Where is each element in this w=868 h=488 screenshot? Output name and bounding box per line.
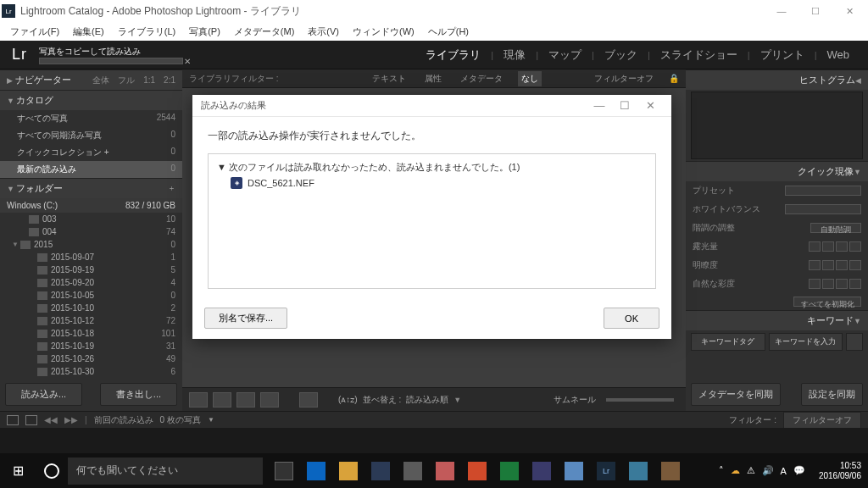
keyword-more-icon[interactable] [846,333,863,351]
exp-inc2[interactable] [849,241,861,252]
exp-dec2[interactable] [809,241,821,252]
filter-none[interactable]: なし [518,71,542,86]
menu-edit[interactable]: 編集(E) [68,24,109,40]
taskbar-app-4[interactable] [397,453,429,488]
survey-view-icon[interactable] [260,392,279,408]
keyword-header[interactable]: キーワード ▼ [686,310,868,330]
catalog-row[interactable]: クイックコレクション +0 [0,144,182,161]
folder-row[interactable]: 00310 [0,213,182,225]
navigator-opts[interactable]: 全体 フル 1:1 2:1 [92,75,175,86]
taskbar-app-1[interactable] [300,453,332,488]
folder-row[interactable]: 2015-10-1931 [0,340,182,352]
task-view-icon[interactable] [268,453,300,488]
sort-icon[interactable]: (ᴀ↕ᴢ) [338,395,358,404]
back-icon[interactable]: ◀◀ [44,415,58,424]
module-web[interactable]: Web [821,48,857,61]
taskbar-app-2[interactable] [332,453,364,488]
filmstrip[interactable] [0,428,868,453]
folder-row[interactable]: 2015-09-195 [0,263,182,276]
system-tray[interactable]: ˄ ☁ ⚠ 🔊 A 💬 [712,465,812,476]
folder-row[interactable]: 00474 [0,225,182,238]
filter-lock-icon[interactable]: 🔒 [669,74,679,83]
sync-metadata-button[interactable]: メタデータを同期 [691,383,781,406]
source-label[interactable]: 前回の読み込み [94,414,153,426]
sort-value[interactable]: 読み込み順 [406,394,448,406]
save-as-button[interactable]: 別名で保存... [204,308,287,329]
taskbar-search[interactable]: 何でも聞いてください [68,458,263,485]
folder-row[interactable]: 2015-10-050 [0,289,182,302]
minimize-icon[interactable]: — [765,0,798,22]
dialog-minimize-icon[interactable]: — [587,99,612,112]
cortana-icon[interactable] [36,463,68,479]
folder-row[interactable]: 2015-09-204 [0,276,182,289]
exp-inc[interactable] [836,241,848,252]
folder-row[interactable]: 2015-09-071 [0,251,182,263]
menu-photo[interactable]: 写真(P) [184,24,225,40]
taskbar-lightroom[interactable]: Lr [590,453,622,488]
module-library[interactable]: ライブラリ [419,47,487,63]
menu-metadata[interactable]: メタデータ(M) [229,24,300,40]
navigator-header[interactable]: ▶ ナビゲーター 全体 フル 1:1 2:1 [0,69,182,90]
catalog-row[interactable]: すべての同期済み写真0 [0,127,182,144]
main-window-icon[interactable] [7,415,19,425]
compare-view-icon[interactable] [236,392,255,408]
module-map[interactable]: マップ [542,47,588,63]
wb-dropdown[interactable] [785,204,861,214]
catalog-header[interactable]: ▼ カタログ [0,90,182,110]
folder-row[interactable]: 2015-10-306 [0,365,182,378]
module-book[interactable]: ブック [598,47,644,63]
start-button[interactable]: ⊞ [0,453,36,488]
exp-dec[interactable] [822,241,834,252]
taskbar-app-6[interactable] [461,453,493,488]
taskbar-app-7[interactable] [493,453,526,488]
taskbar-app-10[interactable] [622,453,654,488]
filmstrip-filter-dropdown[interactable]: フィルターオフ [783,412,861,429]
thumbnail-slider[interactable] [606,398,674,402]
maximize-icon[interactable]: ☐ [798,0,832,22]
add-folder-icon[interactable]: ＋ [168,183,175,194]
filter-attr[interactable]: 属性 [421,71,445,86]
menu-library[interactable]: ライブラリ(L) [113,24,181,40]
import-button[interactable]: 読み込み... [5,383,82,406]
preset-dropdown[interactable] [785,186,861,196]
tray-speaker-icon[interactable]: 🔊 [762,465,774,476]
menu-view[interactable]: 表示(V) [303,24,344,40]
module-develop[interactable]: 現像 [497,47,532,63]
tray-action-icon[interactable]: 💬 [793,465,805,476]
taskbar-clock[interactable]: 10:53 2016/09/06 [812,461,868,481]
quickdev-header[interactable]: クイック現像 ▼ [686,161,868,181]
grid-view-icon[interactable] [189,392,208,408]
filter-preset[interactable]: フィルターオフ [591,71,657,86]
reset-button[interactable]: すべてを初期化 [793,297,861,307]
drive-row[interactable]: Windows (C:) 832 / 910 GB [0,198,182,213]
second-window-icon[interactable] [25,415,37,425]
filter-text[interactable]: テキスト [369,71,409,86]
tray-chevron-icon[interactable]: ˄ [719,465,724,476]
taskbar-app-8[interactable] [526,453,558,488]
taskbar-app-3[interactable] [364,453,397,488]
sync-settings-button[interactable]: 設定を同期 [801,383,863,406]
folders-header[interactable]: ▼ フォルダー ＋ [0,178,182,198]
dialog-close-icon[interactable]: ✕ [637,99,663,112]
painter-icon[interactable] [299,392,318,408]
failed-file-row[interactable]: ◈ DSC_5621.NEF [217,174,647,189]
taskbar-app-5[interactable] [429,453,461,488]
ok-button[interactable]: OK [604,308,659,329]
menu-file[interactable]: ファイル(F) [5,24,64,40]
folder-row[interactable]: 2015-10-1272 [0,314,182,327]
keyword-tag-button[interactable]: キーワードタグ [691,333,765,351]
tray-ime-icon[interactable]: A [781,466,787,476]
menu-window[interactable]: ウィンドウ(W) [348,24,420,40]
progress-cancel-icon[interactable]: ✕ [184,57,191,66]
module-slideshow[interactable]: スライドショー [654,47,744,63]
onedrive-icon[interactable]: ☁ [731,465,740,476]
autotone-button[interactable]: 自動階調 [810,223,861,233]
catalog-row[interactable]: すべての写真2544 [0,110,182,127]
taskbar-app-11[interactable] [654,453,687,488]
taskbar-app-9[interactable] [558,453,590,488]
folder-row[interactable]: 2015-10-18101 [0,327,182,340]
folder-row[interactable]: 2015-10-2649 [0,352,182,365]
module-print[interactable]: プリント [754,47,811,63]
export-button[interactable]: 書き出し... [100,383,177,406]
close-icon[interactable]: ✕ [832,0,866,22]
